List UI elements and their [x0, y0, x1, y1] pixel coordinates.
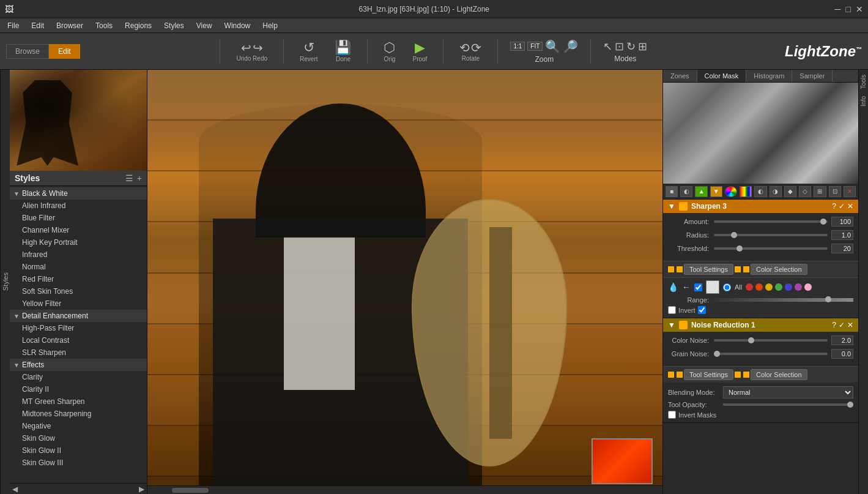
- info-mini-tab[interactable]: Info: [859, 94, 868, 109]
- color-dot-green[interactable]: [775, 283, 782, 291]
- style-normal[interactable]: Normal: [10, 261, 147, 273]
- style-high-key-portrait[interactable]: High Key Portrait: [10, 236, 147, 249]
- scroll-right-icon[interactable]: ▶: [139, 485, 144, 493]
- sharpen-all-radio[interactable]: [723, 283, 731, 291]
- select-mode-icon[interactable]: ↖: [603, 40, 612, 53]
- tab-color-mask[interactable]: Color Mask: [697, 70, 747, 82]
- style-skin-glow[interactable]: Skin Glow: [10, 432, 147, 444]
- sharpen-tool-settings-btn[interactable]: Tool Settings: [684, 264, 733, 275]
- menu-styles[interactable]: Styles: [159, 20, 189, 31]
- menu-help[interactable]: Help: [258, 20, 283, 31]
- maximize-button[interactable]: □: [846, 4, 851, 14]
- noise-tool-settings-btn[interactable]: Tool Settings: [684, 369, 733, 380]
- menu-regions[interactable]: Regions: [120, 20, 157, 31]
- sharpen-invert-checkbox2[interactable]: [698, 306, 706, 314]
- scroll-left-icon[interactable]: ◀: [12, 485, 18, 493]
- sharpen-color-sel-btn[interactable]: Color Selection: [751, 264, 807, 275]
- tab-histogram[interactable]: Histogram: [746, 70, 792, 82]
- tools-mini-tab[interactable]: Tools: [859, 72, 868, 91]
- edit-tab[interactable]: Edit: [49, 44, 80, 59]
- style-negative[interactable]: Negative: [10, 420, 147, 432]
- tone-btn-color[interactable]: [740, 186, 752, 197]
- sharpen-threshold-track[interactable]: [714, 247, 828, 250]
- tone-btn-sat[interactable]: ◐: [754, 186, 766, 197]
- style-red-filter[interactable]: Red Filter: [10, 273, 147, 285]
- sharpen-all-checkbox[interactable]: [694, 283, 702, 291]
- proof-button[interactable]: ▶ Proof: [409, 39, 431, 64]
- tone-btn-4[interactable]: ▼: [710, 186, 722, 197]
- style-mt-green-sharpen[interactable]: MT Green Sharpen: [10, 395, 147, 408]
- color-dot-pink[interactable]: [804, 283, 812, 291]
- sharpen-help-icon[interactable]: ?: [832, 202, 836, 211]
- styles-list-view-icon[interactable]: ☰: [125, 173, 133, 183]
- style-channel-mixer[interactable]: Channel Mixer: [10, 224, 147, 236]
- noise-color-sel-btn[interactable]: Color Selection: [751, 369, 807, 380]
- browse-tab[interactable]: Browse: [6, 44, 49, 59]
- tone-btn-blend[interactable]: ◆: [784, 186, 796, 197]
- tone-btn-lum[interactable]: ◑: [770, 186, 782, 197]
- menu-browser[interactable]: Browser: [51, 20, 88, 31]
- rotate-button[interactable]: ⟲ ⟳ Rotate: [456, 39, 485, 63]
- style-group-detail[interactable]: ▼ Detail Enhancement: [10, 310, 147, 322]
- noise-color-thumb[interactable]: [748, 337, 754, 343]
- style-soft-skin-tones[interactable]: Soft Skin Tones: [10, 285, 147, 298]
- sharpen-invert-checkbox[interactable]: [668, 306, 676, 314]
- tone-btn-2[interactable]: ◐: [680, 186, 692, 197]
- tone-btn-3[interactable]: ▲: [695, 186, 707, 197]
- eyedropper-icon[interactable]: 💧: [668, 282, 678, 292]
- noise-invert-checkbox[interactable]: [668, 411, 676, 419]
- tab-sampler[interactable]: Sampler: [792, 70, 833, 82]
- style-midtones-sharpening[interactable]: Midtones Sharpening: [10, 408, 147, 420]
- color-dot-purple[interactable]: [795, 283, 802, 291]
- image-scrollbar[interactable]: [147, 485, 662, 494]
- menu-window[interactable]: Window: [220, 20, 256, 31]
- sharpen-threshold-thumb[interactable]: [736, 245, 743, 252]
- done-button[interactable]: 💾 Done: [331, 39, 355, 64]
- noise-close-icon[interactable]: ✕: [847, 321, 853, 329]
- tone-btn-hue[interactable]: [725, 186, 737, 197]
- noise-grain-thumb[interactable]: [714, 351, 720, 357]
- style-clarity[interactable]: Clarity: [10, 371, 147, 383]
- undo-redo-button[interactable]: ↩ ↪ Undo Redo: [232, 39, 271, 63]
- zoom-11-button[interactable]: 1:1: [510, 42, 525, 51]
- sharpen-check-icon[interactable]: ✓: [839, 202, 845, 211]
- overlay-mode-icon[interactable]: ⊞: [638, 40, 647, 53]
- tone-btn-zones[interactable]: ⊡: [829, 186, 841, 197]
- style-blue-filter[interactable]: Blue Filter: [10, 212, 147, 224]
- color-dot-red1[interactable]: [746, 283, 753, 291]
- revert-button[interactable]: ↺ Revert: [296, 39, 321, 64]
- rotate-mode-icon[interactable]: ↻: [626, 40, 636, 53]
- close-button[interactable]: ✕: [856, 4, 863, 14]
- noise-grain-track[interactable]: [714, 353, 828, 355]
- style-local-contrast[interactable]: Local Contrast: [10, 334, 147, 346]
- sharpen-radius-thumb[interactable]: [731, 232, 737, 238]
- minimize-button[interactable]: ─: [835, 4, 841, 14]
- zoom-fit-button[interactable]: FIT: [527, 42, 543, 51]
- styles-add-icon[interactable]: +: [137, 173, 142, 183]
- color-dot-blue[interactable]: [785, 283, 792, 291]
- tone-btn-sel[interactable]: ◇: [799, 186, 811, 197]
- tone-btn-grid[interactable]: ⊞: [814, 186, 826, 197]
- style-clarity-ii[interactable]: Clarity II: [10, 383, 147, 395]
- sharpen-amount-thumb[interactable]: [820, 219, 826, 225]
- noise-color-track[interactable]: [714, 339, 828, 342]
- minus-eyedropper-icon[interactable]: ←: [682, 282, 691, 292]
- orig-button[interactable]: ⬡ Orig: [380, 39, 399, 64]
- noise-opacity-thumb[interactable]: [847, 402, 853, 408]
- noise-blend-select[interactable]: Normal Multiply Screen Overlay: [723, 386, 853, 399]
- sharpen-radius-track[interactable]: [714, 234, 828, 236]
- style-group-bw[interactable]: ▼ Black & White: [10, 187, 147, 200]
- zoom-in-icon[interactable]: 🔍: [545, 39, 560, 54]
- style-alien-infrared[interactable]: Alien Infrared: [10, 200, 147, 212]
- sharpen-tool-header[interactable]: ▼ Sharpen 3 ? ✓ ✕: [663, 200, 858, 213]
- style-slr-sharpen[interactable]: SLR Sharpen: [10, 346, 147, 359]
- zoom-out-icon[interactable]: 🔎: [563, 39, 578, 54]
- sharpen-close-icon[interactable]: ✕: [847, 202, 853, 211]
- sharpen-range-track[interactable]: [714, 298, 853, 302]
- sharpen-color-swatch[interactable]: [706, 280, 719, 294]
- menu-edit[interactable]: Edit: [26, 20, 49, 31]
- color-dot-yellow[interactable]: [765, 283, 773, 291]
- style-skin-glow-ii[interactable]: Skin Glow II: [10, 444, 147, 457]
- styles-sidebar-tab[interactable]: Styles: [0, 70, 10, 494]
- menu-file[interactable]: File: [2, 20, 24, 31]
